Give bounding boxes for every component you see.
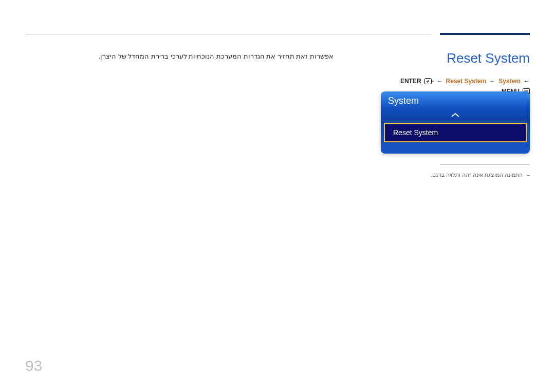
svg-rect-0: [424, 79, 431, 84]
arrow-icon: ←: [489, 78, 495, 85]
section-title: Reset System: [381, 50, 530, 66]
osd-menu: System Reset System: [381, 91, 530, 154]
osd-menu-item-reset-system[interactable]: Reset System: [384, 123, 527, 142]
breadcrumb-enter-label: ENTER: [400, 78, 421, 85]
osd-up-arrow-row[interactable]: [381, 108, 530, 123]
page-number: 93: [25, 357, 42, 375]
enter-icon: [424, 78, 434, 84]
description-text: אפשרות זאת תחזיר את הגדרות המערכת הנוכחי…: [25, 52, 334, 60]
footnote-bullet: –: [527, 172, 530, 178]
chevron-up-icon: [451, 113, 460, 118]
arrow-icon: ←: [437, 78, 443, 85]
arrow-icon: ←: [524, 78, 530, 85]
footnote-rule: [440, 164, 530, 165]
osd-body: Reset System: [381, 108, 530, 154]
rule-long: [25, 34, 431, 34]
footnote-text: התמונה המוצגת אינה זהה ותלויה בדגם.: [431, 172, 523, 178]
breadcrumb-step2: System: [498, 78, 521, 85]
rule-short-accent: [440, 33, 530, 35]
footnote: – התמונה המוצגת אינה זהה ותלויה בדגם.: [431, 172, 530, 178]
page-header-rule: [25, 33, 530, 35]
osd-header: System: [381, 91, 530, 108]
breadcrumb-step1: Reset System: [446, 78, 487, 85]
right-column: Reset System ENTER ← Reset System ← Syst…: [381, 50, 530, 95]
